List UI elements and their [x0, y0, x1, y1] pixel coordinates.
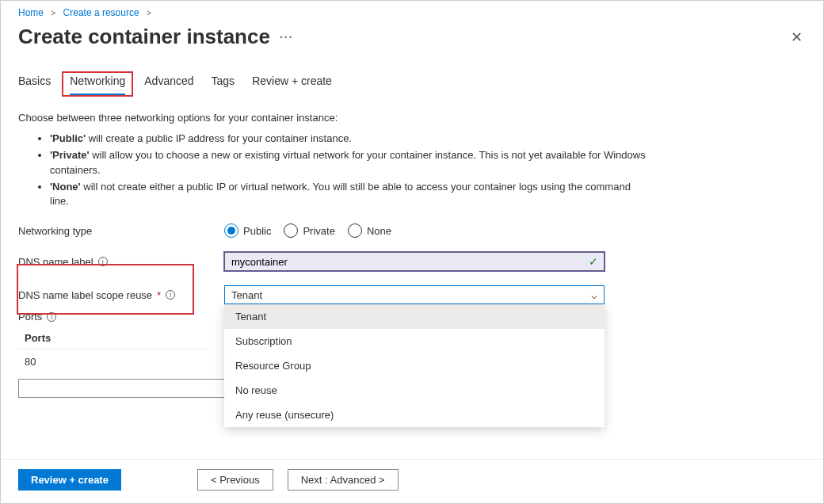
- radio-none[interactable]: None: [348, 223, 391, 238]
- check-icon: ✓: [589, 255, 598, 268]
- tab-bar: Basics Networking Advanced Tags Review +…: [1, 49, 823, 97]
- info-icon[interactable]: i: [47, 312, 56, 322]
- required-star: *: [157, 289, 161, 301]
- page-title: Create container instance ···: [18, 25, 294, 49]
- footer-bar: Review + create < Previous Next : Advanc…: [1, 459, 823, 503]
- ports-column-header: Ports: [18, 327, 208, 349]
- tab-tags[interactable]: Tags: [212, 74, 235, 97]
- previous-button[interactable]: < Previous: [197, 469, 273, 491]
- dns-scope-dropdown: Tenant Subscription Resource Group No re…: [224, 304, 605, 427]
- bullet-private: 'Private' will allow you to choose a new…: [50, 148, 652, 178]
- dd-item-tenant[interactable]: Tenant: [224, 304, 605, 329]
- tab-basics[interactable]: Basics: [18, 74, 51, 97]
- bullet-none: 'None' will not create either a public I…: [50, 180, 652, 210]
- tab-advanced[interactable]: Advanced: [144, 74, 193, 97]
- chevron-right-icon: >: [51, 9, 55, 17]
- tab-review[interactable]: Review + create: [252, 74, 332, 97]
- review-create-button[interactable]: Review + create: [18, 469, 121, 491]
- breadcrumb-create[interactable]: Create a resource: [63, 7, 139, 18]
- ports-row-value: 80: [18, 349, 208, 374]
- more-icon[interactable]: ···: [280, 31, 294, 44]
- bullet-list: 'Public' will create a public IP address…: [50, 132, 806, 209]
- chevron-right-icon: >: [147, 9, 151, 17]
- close-icon[interactable]: ✕: [788, 25, 806, 49]
- dns-name-input[interactable]: [224, 252, 605, 271]
- info-icon[interactable]: i: [166, 290, 175, 300]
- radio-private[interactable]: Private: [284, 223, 334, 238]
- dd-item-noreuse[interactable]: No reuse: [224, 378, 605, 403]
- breadcrumb-home[interactable]: Home: [18, 7, 44, 18]
- dd-item-subscription[interactable]: Subscription: [224, 329, 605, 353]
- label-dns-scope: DNS name label scope reuse * i: [18, 289, 224, 301]
- highlight-box-tab: Networking: [62, 71, 133, 97]
- dd-item-anyreuse[interactable]: Any reuse (unsecure): [224, 403, 605, 427]
- label-dns-name: DNS name label i: [18, 256, 224, 268]
- next-button[interactable]: Next : Advanced >: [288, 469, 399, 491]
- label-networking-type: Networking type: [18, 225, 224, 237]
- networking-type-radios: Public Private None: [224, 223, 605, 238]
- breadcrumb: Home > Create a resource >: [1, 1, 823, 21]
- tab-networking[interactable]: Networking: [70, 74, 125, 95]
- page-title-text: Create container instance: [18, 25, 270, 49]
- select-value: Tenant: [231, 289, 262, 301]
- bullet-public: 'Public' will create a public IP address…: [50, 132, 652, 147]
- dns-scope-select[interactable]: Tenant ⌵: [224, 285, 605, 304]
- radio-public[interactable]: Public: [224, 223, 271, 238]
- dd-item-resourcegroup[interactable]: Resource Group: [224, 353, 605, 378]
- info-icon[interactable]: i: [98, 257, 108, 266]
- chevron-down-icon: ⌵: [591, 289, 597, 301]
- intro-text: Choose between three networking options …: [18, 112, 806, 124]
